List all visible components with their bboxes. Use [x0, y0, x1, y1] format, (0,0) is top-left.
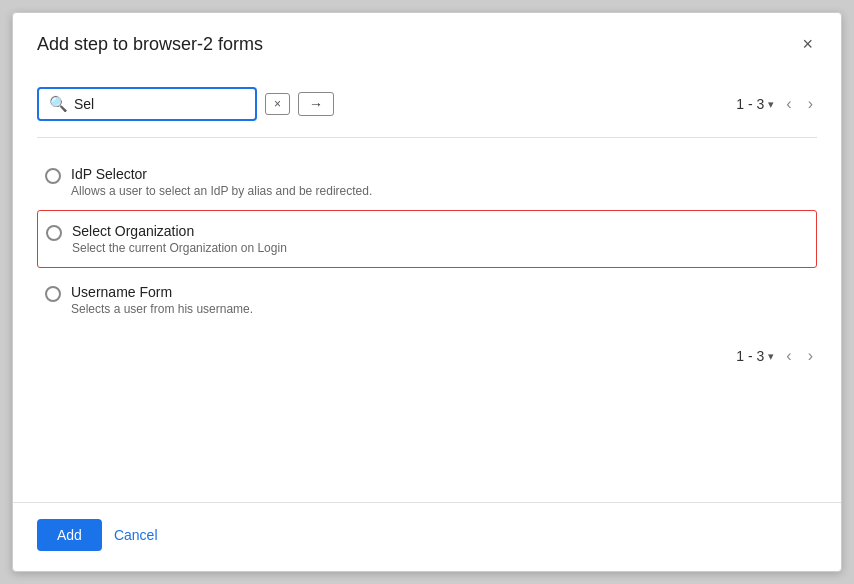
chevron-down-icon: ▾ — [768, 98, 774, 111]
option-desc-username: Selects a user from his username. — [71, 302, 253, 316]
clear-button[interactable]: × — [265, 93, 290, 115]
option-label-idp: IdP Selector — [71, 166, 372, 182]
pagination-top: 1 - 3 ▾ ‹ › — [736, 92, 817, 116]
radio-select-organization[interactable] — [46, 225, 62, 241]
divider — [37, 137, 817, 138]
next-page-button-bottom[interactable]: › — [804, 344, 817, 368]
page-count-bottom: 1 - 3 ▾ — [736, 348, 774, 364]
chevron-down-icon-bottom: ▾ — [768, 350, 774, 363]
modal-title: Add step to browser-2 forms — [37, 34, 263, 55]
add-button[interactable]: Add — [37, 519, 102, 551]
list-item[interactable]: Select Organization Select the current O… — [37, 210, 817, 268]
modal-dialog: Add step to browser-2 forms × 🔍 × → 1 - … — [12, 12, 842, 572]
option-desc-org: Select the current Organization on Login — [72, 241, 287, 255]
arrow-button[interactable]: → — [298, 92, 334, 116]
close-button[interactable]: × — [798, 31, 817, 57]
prev-page-button-top[interactable]: ‹ — [782, 92, 795, 116]
prev-page-button-bottom[interactable]: ‹ — [782, 344, 795, 368]
next-page-button-top[interactable]: › — [804, 92, 817, 116]
page-count-top: 1 - 3 ▾ — [736, 96, 774, 112]
search-box: 🔍 — [37, 87, 257, 121]
radio-username-form[interactable] — [45, 286, 61, 302]
option-desc-idp: Allows a user to select an IdP by alias … — [71, 184, 372, 198]
search-icon: 🔍 — [49, 95, 68, 113]
modal-header: Add step to browser-2 forms × — [13, 13, 841, 71]
option-label-username: Username Form — [71, 284, 253, 300]
radio-idp-selector[interactable] — [45, 168, 61, 184]
list-item[interactable]: Username Form Selects a user from his us… — [37, 272, 817, 328]
modal-footer: Add Cancel — [13, 502, 841, 571]
search-input[interactable] — [74, 96, 245, 112]
list-item[interactable]: IdP Selector Allows a user to select an … — [37, 154, 817, 210]
option-text-org: Select Organization Select the current O… — [72, 223, 287, 255]
pagination-bottom: 1 - 3 ▾ ‹ › — [37, 328, 817, 376]
modal-body: 🔍 × → 1 - 3 ▾ ‹ › IdP — [13, 71, 841, 502]
option-text-username: Username Form Selects a user from his us… — [71, 284, 253, 316]
search-row: 🔍 × → 1 - 3 ▾ ‹ › — [37, 87, 817, 121]
cancel-button[interactable]: Cancel — [114, 527, 158, 543]
option-text-idp: IdP Selector Allows a user to select an … — [71, 166, 372, 198]
modal-overlay: Add step to browser-2 forms × 🔍 × → 1 - … — [0, 0, 854, 584]
option-label-org: Select Organization — [72, 223, 287, 239]
